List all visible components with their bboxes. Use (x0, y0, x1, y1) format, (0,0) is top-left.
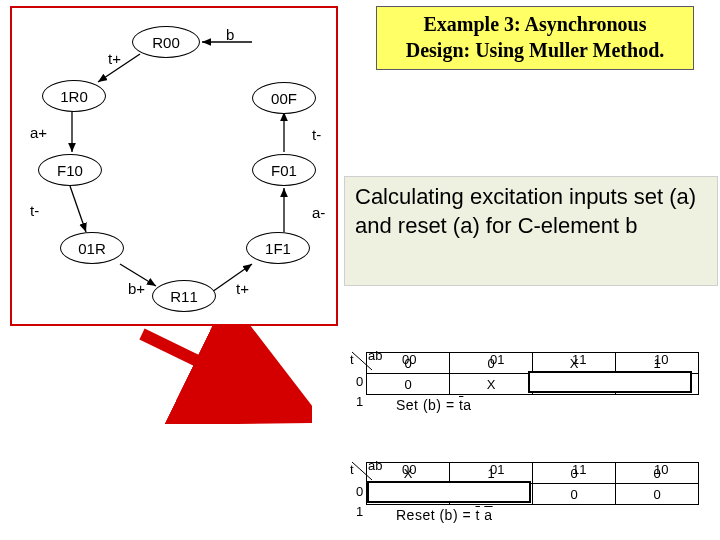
subtitle-box: Calculating excitation inputs set (a) an… (344, 176, 718, 286)
kmap0-c0: 00 (402, 352, 416, 367)
kmap1-c1: 01 (490, 462, 504, 477)
svg-line-10 (352, 462, 372, 480)
kmap1-equation: Reset (b) = t a (396, 507, 710, 523)
node-f10: F10 (38, 154, 102, 186)
node-01r: 01R (60, 232, 124, 264)
kmap1-c0: 00 (402, 462, 416, 477)
kmap1-12: 0 (533, 484, 616, 505)
edge-aplus: a+ (30, 124, 47, 141)
edge-tplus2: t+ (236, 280, 249, 297)
kmap0-11: X (450, 374, 533, 395)
edge-tminusL: t- (30, 202, 39, 219)
edge-tplus: t+ (108, 50, 121, 67)
kmap0-10: 0 (367, 374, 450, 395)
node-r11: R11 (152, 280, 216, 312)
kmap0-equation: Set (b) = ta (396, 397, 710, 413)
node-f01: F01 (252, 154, 316, 186)
kmap1-group (367, 481, 531, 503)
kmap0-group (528, 371, 692, 393)
node-1r0: 1R0 (42, 80, 106, 112)
node-00f: 00F (252, 82, 316, 114)
title-line2: Design: Using Muller Method. (377, 37, 693, 63)
kmap0-r1: 1 (356, 394, 363, 409)
svg-line-3 (70, 186, 86, 232)
svg-line-9 (352, 352, 372, 370)
edge-b: b (226, 26, 234, 43)
node-r00: R00 (132, 26, 200, 58)
kmap0-c2: 11 (572, 352, 586, 367)
kmap0-c3: 10 (654, 352, 668, 367)
svg-line-8 (142, 334, 282, 402)
kmap-panel: t ab 00 01 11 10 0 1 0 0 X 1 0 X X 0 (322, 334, 710, 530)
title-banner: Example 3: Asynchronous Design: Using Mu… (376, 6, 694, 70)
edge-tminusR: t- (312, 126, 321, 143)
kmap1-c2: 11 (572, 462, 586, 477)
edge-aminus: a- (312, 204, 325, 221)
kmap0-r0: 0 (356, 374, 363, 389)
kmap1-13: 0 (616, 484, 699, 505)
kmap0-c1: 01 (490, 352, 504, 367)
kmap1-r1: 1 (356, 504, 363, 519)
edge-bplus: b+ (128, 280, 145, 297)
red-arrow-icon (132, 324, 312, 424)
state-diagram-frame: R00 1R0 F10 01R R11 1F1 F01 00F t+ a+ t-… (10, 6, 338, 326)
node-1f1: 1F1 (246, 232, 310, 264)
kmap1-c3: 10 (654, 462, 668, 477)
kmap1-r0: 0 (356, 484, 363, 499)
title-line1: Example 3: Asynchronous (377, 11, 693, 37)
